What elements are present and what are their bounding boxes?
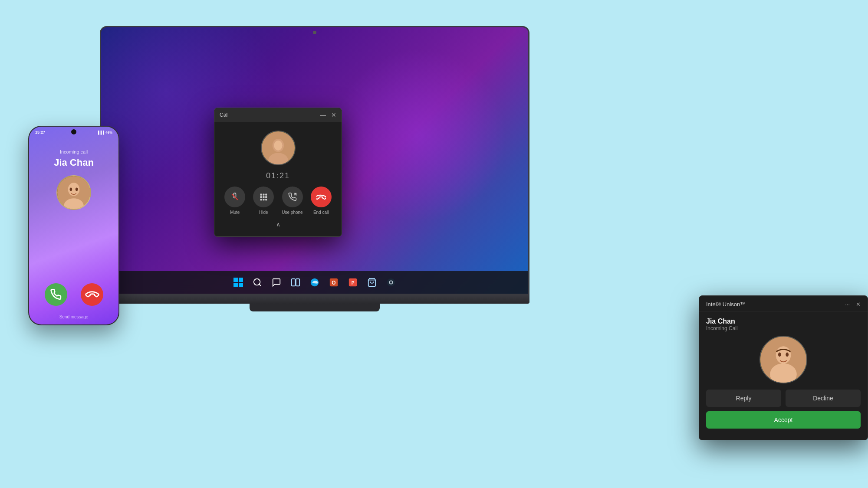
svg-rect-17 [233, 283, 238, 287]
end-call-icon-circle [311, 187, 332, 207]
accept-button[interactable]: Accept [706, 411, 861, 429]
notification-header: Intel® Unison™ ··· ✕ [699, 296, 868, 311]
svg-rect-20 [292, 279, 295, 286]
taskbar-edge-icon[interactable] [307, 275, 322, 290]
notification-close-button[interactable]: ✕ [856, 301, 861, 308]
svg-rect-11 [260, 199, 262, 200]
notification-caller-name: Jia Chan [706, 318, 738, 325]
svg-text:O: O [332, 280, 335, 286]
mute-button[interactable]: Mute [224, 187, 245, 215]
call-timer: 01:21 [266, 171, 290, 180]
notification-body: Jia Chan Incoming Call Reply Decline Acc… [699, 311, 868, 440]
reply-button[interactable]: Reply [706, 390, 781, 407]
phone-send-message[interactable]: Send message [59, 314, 89, 324]
call-window: Call — ✕ [214, 108, 342, 237]
phone-battery: 46% [105, 131, 112, 134]
phone-screen: 15:27 ▐▐▐ 46% Incoming call Jia Chan [29, 127, 118, 324]
taskbar-chat-icon[interactable] [269, 275, 284, 290]
taskbar-store-icon[interactable] [364, 275, 380, 290]
notification-app-name: Intel® Unison™ [706, 301, 746, 308]
laptop: Call — ✕ [100, 26, 529, 312]
collapse-chevron[interactable]: ∧ [276, 221, 280, 228]
svg-rect-7 [265, 194, 267, 196]
svg-text:P: P [352, 281, 355, 285]
mute-icon-circle [224, 187, 245, 207]
svg-point-34 [70, 188, 72, 191]
phone-caller-name: Jia Chan [54, 157, 94, 168]
end-call-button[interactable]: End call [311, 187, 332, 215]
phone-time: 15:27 [35, 130, 45, 134]
phone-decline-button[interactable] [81, 283, 103, 306]
hide-label: Hide [259, 210, 268, 215]
svg-point-3 [274, 141, 282, 151]
call-window-title: Call [220, 112, 229, 118]
svg-rect-21 [296, 279, 299, 286]
notification-caller-info: Jia Chan Incoming Call [706, 318, 738, 331]
decline-button[interactable]: Decline [786, 390, 861, 407]
svg-rect-18 [239, 283, 243, 287]
use-phone-label: Use phone [282, 210, 302, 215]
taskbar-steam-icon[interactable] [383, 275, 399, 290]
svg-point-30 [390, 281, 392, 284]
notification-caller-status: Incoming Call [706, 325, 738, 331]
taskbar-files-icon[interactable] [288, 275, 303, 290]
use-phone-icon-circle [282, 187, 303, 207]
svg-rect-5 [260, 194, 262, 196]
phone-status-right: ▐▐▐ 46% [97, 130, 112, 134]
phone: 15:27 ▐▐▐ 46% Incoming call Jia Chan [28, 126, 119, 325]
call-avatar [261, 131, 296, 165]
svg-point-40 [786, 353, 789, 357]
taskbar-windows-icon[interactable] [230, 275, 246, 290]
notification-controls: ··· ✕ [845, 301, 861, 308]
taskbar-app1-icon[interactable]: P [345, 275, 361, 290]
laptop-camera [313, 31, 316, 34]
hide-icon-circle [253, 187, 274, 207]
phone-caller-avatar [56, 175, 91, 210]
svg-rect-16 [239, 278, 243, 282]
close-button[interactable]: ✕ [331, 111, 336, 118]
phone-actions [29, 283, 118, 314]
call-buttons: Mute [224, 187, 331, 215]
phone-incoming-label: Incoming call [60, 149, 88, 154]
notification-accept-row: Accept [706, 411, 861, 434]
svg-rect-8 [260, 196, 262, 198]
svg-rect-15 [233, 278, 238, 282]
svg-rect-13 [265, 199, 267, 200]
call-window-controls: — ✕ [320, 111, 336, 118]
taskbar-office-icon[interactable]: O [326, 275, 342, 290]
svg-line-4 [232, 194, 238, 200]
phone-camera-notch [71, 129, 76, 134]
phone-accept-button[interactable] [45, 283, 67, 306]
svg-rect-12 [263, 199, 265, 200]
svg-point-35 [76, 188, 78, 191]
call-window-body: 01:21 Mute [214, 122, 342, 236]
svg-rect-6 [263, 194, 265, 196]
taskbar: O P [101, 271, 528, 294]
svg-rect-9 [263, 196, 265, 198]
laptop-base [100, 295, 529, 304]
notification-more-button[interactable]: ··· [845, 301, 850, 308]
phone-signal-icon: ▐▐▐ [97, 131, 104, 134]
use-phone-button[interactable]: Use phone [282, 187, 302, 215]
laptop-body: Call — ✕ [100, 26, 529, 295]
laptop-screen: Call — ✕ [101, 27, 528, 294]
call-window-titlebar: Call — ✕ [214, 108, 342, 122]
notification-avatar [760, 336, 807, 383]
minimize-button[interactable]: — [320, 111, 326, 118]
hide-button[interactable]: Hide [253, 187, 274, 215]
mute-label: Mute [230, 210, 240, 215]
laptop-stand [250, 304, 380, 311]
notification-action-row: Reply Decline [706, 390, 861, 407]
end-call-label: End call [313, 210, 329, 215]
notification-popup: Intel® Unison™ ··· ✕ Jia Chan Incoming C… [699, 295, 868, 440]
svg-point-39 [778, 353, 781, 357]
svg-rect-10 [265, 196, 267, 198]
taskbar-search-icon[interactable] [250, 275, 265, 290]
svg-point-19 [254, 279, 260, 285]
